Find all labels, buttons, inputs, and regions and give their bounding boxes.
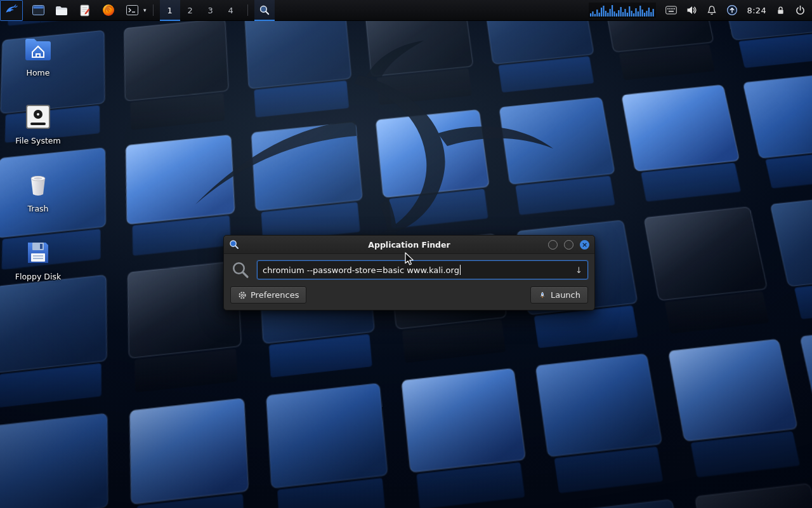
launcher-terminal[interactable]: [125, 3, 139, 17]
application-finder-window: Application Finder × chromium --password…: [223, 235, 595, 311]
search-row: chromium --password-store=basic www.kali…: [224, 254, 594, 283]
desktop-icon-floppy-disk[interactable]: Floppy Disk: [6, 239, 70, 281]
dropdown-arrow-icon[interactable]: ↓: [570, 265, 582, 275]
panel-launchers: ▾: [31, 3, 147, 17]
launch-label: Launch: [551, 290, 580, 300]
volume-icon: [686, 5, 697, 15]
command-input[interactable]: chromium --password-store=basic www.kali…: [257, 260, 588, 279]
screen-lock[interactable]: [776, 5, 785, 16]
window-controls: ×: [548, 240, 589, 250]
search-icon: [229, 260, 252, 279]
window-icon: [32, 5, 44, 15]
launch-icon: [538, 291, 547, 300]
home-icon: [23, 36, 53, 62]
kali-logo-icon: [4, 3, 19, 18]
workspace-1[interactable]: 1: [160, 0, 180, 21]
desktop-icon-file-system[interactable]: File System: [6, 104, 70, 145]
maximize-button[interactable]: [564, 240, 573, 250]
desktop-icon-home[interactable]: Home: [6, 36, 70, 77]
text-caret: [460, 265, 461, 275]
floppy-disk-icon: [25, 239, 51, 266]
desktop: ▾ 1 2 3 4: [0, 0, 812, 508]
keyboard-icon: [665, 6, 677, 15]
updates-icon: [726, 4, 738, 16]
command-text: chromium --password-store=basic www.kali…: [263, 265, 459, 275]
launcher-firefox[interactable]: [102, 3, 115, 17]
titlebar[interactable]: Application Finder ×: [224, 236, 594, 254]
workspace-2[interactable]: 2: [180, 0, 200, 21]
software-updates[interactable]: [726, 4, 738, 16]
gear-icon: [238, 291, 247, 300]
launch-button[interactable]: Launch: [530, 286, 588, 304]
launcher-text-editor[interactable]: [78, 3, 92, 17]
folder-icon: [55, 5, 68, 16]
firefox-icon: [102, 4, 115, 17]
workspace-3[interactable]: 3: [200, 0, 221, 21]
button-row: Preferences Launch: [224, 283, 594, 310]
system-tray: 8:24: [589, 3, 812, 18]
terminal-icon: [126, 5, 138, 15]
desktop-icon-label: Home: [27, 68, 50, 77]
cpu-graph-icon: [589, 3, 656, 18]
launcher-window-manager[interactable]: [31, 3, 45, 17]
panel-separator: [153, 4, 154, 16]
applications-menu-button[interactable]: [0, 0, 23, 21]
power-icon: [795, 5, 806, 16]
clock[interactable]: 8:24: [747, 6, 766, 15]
notifications[interactable]: [707, 5, 717, 16]
logout-power[interactable]: [795, 5, 806, 16]
desktop-icon-label: File System: [15, 136, 61, 145]
launcher-file-manager[interactable]: [55, 3, 69, 17]
preferences-button[interactable]: Preferences: [230, 286, 306, 304]
volume-control[interactable]: [686, 5, 697, 15]
panel-separator-2: [247, 4, 248, 16]
desktop-icon-label: Floppy Disk: [15, 272, 61, 281]
taskbar-application-finder[interactable]: [254, 0, 275, 21]
preferences-label: Preferences: [251, 290, 299, 300]
workspace-switcher: 1 2 3 4: [160, 0, 241, 21]
bell-icon: [707, 5, 717, 16]
application-finder-task-icon: [259, 4, 270, 16]
close-button[interactable]: ×: [580, 240, 589, 250]
keyboard-layout[interactable]: [665, 6, 677, 15]
trash-icon: [25, 173, 51, 198]
desktop-icon-label: Trash: [27, 204, 48, 213]
desktop-icon-trash[interactable]: Trash: [6, 173, 70, 213]
terminal-dropdown-chevron-icon[interactable]: ▾: [143, 7, 147, 13]
window-title: Application Finder: [224, 240, 594, 250]
file-system-icon: [24, 104, 52, 130]
lock-icon: [776, 5, 785, 16]
application-finder-icon: [229, 239, 239, 250]
top-panel: ▾ 1 2 3 4: [0, 0, 812, 21]
cpu-graph[interactable]: [589, 3, 656, 18]
minimize-button[interactable]: [548, 240, 558, 250]
workspace-4[interactable]: 4: [221, 0, 241, 21]
text-editor-icon: [80, 4, 90, 17]
